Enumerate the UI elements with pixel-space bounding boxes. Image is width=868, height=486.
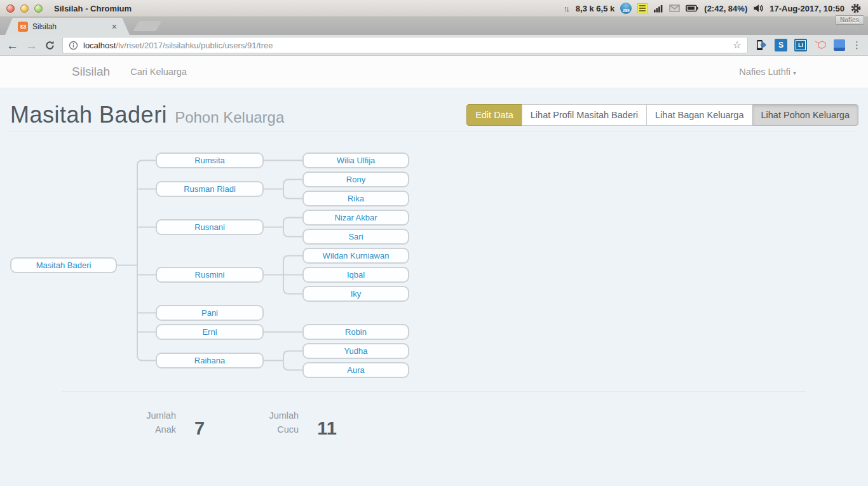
window-title: Silsilah - Chromium xyxy=(54,4,132,13)
url-host: localhost xyxy=(83,41,116,50)
tree-node[interactable]: Wilia Ulfija xyxy=(302,152,409,168)
view-toggle-group: Edit Data Lihat Profil Masitah Baderi Li… xyxy=(466,104,858,126)
window-maximize-button[interactable] xyxy=(34,4,43,13)
new-tab-button[interactable] xyxy=(133,21,161,31)
messenger-badge-icon[interactable]: 289 xyxy=(620,3,632,14)
window-close-button[interactable] xyxy=(6,4,15,13)
reload-icon[interactable] xyxy=(44,40,55,51)
browser-toolbar: ← → localhost/lv/riset/2017/silsilahku/p… xyxy=(0,35,868,56)
user-dropdown[interactable]: Nafies Luthfi▾ xyxy=(739,67,796,77)
url-path: /lv/riset/2017/silsilahku/public/users/9… xyxy=(116,41,273,50)
battery-icon[interactable] xyxy=(686,4,698,12)
system-tray: ↑↓ 8,3 k 6,5 k 289 (2:42, 84%) 17-Aug-20… xyxy=(564,3,862,14)
tab-title: Silsilah xyxy=(32,22,107,31)
edit-data-button[interactable]: Edit Data xyxy=(466,104,522,126)
address-bar[interactable]: localhost/lv/riset/2017/silsilahku/publi… xyxy=(62,37,748,53)
family-tree: Wilia UlfijaRumsitaRonyRikaRusman RiadiN… xyxy=(0,132,868,391)
summary-section: Jumlah Anak 7 Jumlah Cucu 11 xyxy=(62,391,806,436)
view-profile-button[interactable]: Lihat Profil Masitah Baderi xyxy=(522,104,647,126)
tree-node[interactable]: Iky xyxy=(302,286,409,302)
tree-node[interactable]: Robin xyxy=(302,324,409,340)
browser-tab[interactable]: Ɛ3 Silsilah × xyxy=(5,18,130,35)
blue-square-extension-icon[interactable] xyxy=(834,39,845,51)
window-controls xyxy=(6,4,43,13)
page-subtitle: Pohon Keluarga xyxy=(175,109,284,126)
tree-node[interactable]: Rusnani xyxy=(156,219,264,235)
page-header: Masitah Baderi Pohon Keluarga Edit Data … xyxy=(10,88,858,132)
stat-grandchildren-count: Jumlah Cucu 11 xyxy=(268,408,337,436)
session-name-badge: Nafies xyxy=(835,15,864,25)
app-navbar: Silsilah Cari Keluarga Nafies Luthfi▾ xyxy=(0,56,868,88)
network-traffic-label: 8,3 k 6,5 k xyxy=(576,4,614,13)
tab-close-icon[interactable]: × xyxy=(112,22,117,31)
app-brand[interactable]: Silsilah xyxy=(72,65,110,79)
tree-node[interactable]: Rony xyxy=(302,172,409,187)
li-extension-icon[interactable]: LI xyxy=(794,39,807,51)
page-content: Masitah Baderi Pohon Keluarga Edit Data … xyxy=(0,88,868,486)
tree-node[interactable]: Masitah Baderi xyxy=(10,257,117,273)
url-text: localhost/lv/riset/2017/silsilahku/publi… xyxy=(83,41,273,50)
send-to-phone-extension-icon[interactable] xyxy=(755,39,768,51)
stat-value: 11 xyxy=(317,421,337,436)
browser-menu-icon[interactable]: ⋮ xyxy=(852,39,862,51)
volume-icon[interactable] xyxy=(753,4,764,13)
laravel-extension-icon[interactable] xyxy=(814,39,827,51)
tree-node[interactable]: Yudha xyxy=(302,343,409,359)
back-icon[interactable]: ← xyxy=(6,39,18,51)
tree-node[interactable]: Aura xyxy=(302,362,409,378)
s-extension-icon[interactable]: S xyxy=(775,39,787,51)
tree-node[interactable]: Rusman Riadi xyxy=(156,181,264,197)
page-info-icon[interactable] xyxy=(69,41,78,50)
window-minimize-button[interactable] xyxy=(20,4,29,13)
tree-node[interactable]: Erni xyxy=(156,324,264,340)
stat-children-count: Jumlah Anak 7 xyxy=(146,408,205,436)
view-tree-button[interactable]: Lihat Pohon Keluarga xyxy=(752,104,858,126)
tree-node[interactable]: Rusmini xyxy=(156,267,264,283)
tree-node[interactable]: Raihana xyxy=(156,353,264,368)
chevron-down-icon: ▾ xyxy=(793,69,796,76)
forward-icon: → xyxy=(25,39,37,51)
mail-icon[interactable] xyxy=(669,4,680,12)
stat-label: Jumlah Anak xyxy=(146,408,176,436)
clock-label: 17-Aug-2017, 10:50 xyxy=(770,4,844,13)
tree-node[interactable]: Rumsita xyxy=(156,152,264,168)
network-traffic-icon[interactable]: ↑↓ xyxy=(564,4,570,13)
tree-node[interactable]: Pani xyxy=(156,305,264,321)
tree-node[interactable]: Sari xyxy=(302,229,409,245)
signal-strength-icon[interactable] xyxy=(653,4,663,13)
tree-node[interactable]: Nizar Akbar xyxy=(302,210,409,226)
settings-gear-icon[interactable] xyxy=(850,3,862,14)
view-chart-button[interactable]: Lihat Bagan Keluarga xyxy=(646,104,752,126)
stat-value: 7 xyxy=(194,421,205,436)
tree-node[interactable]: Rika xyxy=(302,191,409,206)
battery-label: (2:42, 84%) xyxy=(704,4,747,13)
tree-node[interactable]: Iqbal xyxy=(302,267,409,283)
tree-node[interactable]: Wildan Kurniawan xyxy=(302,248,409,264)
page-title: Masitah Baderi xyxy=(10,102,167,128)
bookmark-star-icon[interactable]: ☆ xyxy=(733,40,742,50)
notes-list-icon[interactable] xyxy=(637,3,648,13)
xampp-favicon-icon: Ɛ3 xyxy=(18,22,28,32)
nav-cari-keluarga[interactable]: Cari Keluarga xyxy=(130,67,187,77)
browser-tab-strip: Ɛ3 Silsilah × Nafies xyxy=(0,17,868,35)
stat-label: Jumlah Cucu xyxy=(268,408,299,436)
os-titlebar: Silsilah - Chromium ↑↓ 8,3 k 6,5 k 289 (… xyxy=(0,0,868,17)
